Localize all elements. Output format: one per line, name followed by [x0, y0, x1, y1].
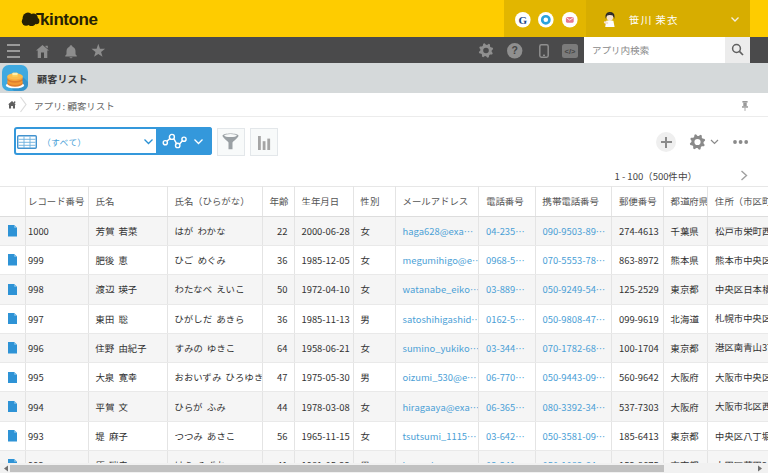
svg-text:?: ? — [511, 44, 517, 56]
svg-text:</>: </> — [564, 47, 575, 56]
svg-text:G: G — [519, 13, 528, 25]
